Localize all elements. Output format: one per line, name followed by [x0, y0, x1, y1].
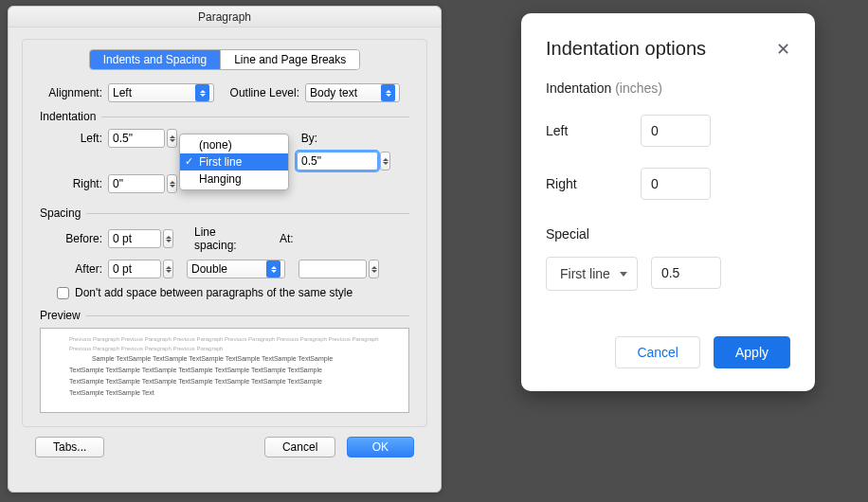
g-right-label: Right — [546, 176, 641, 191]
outline-label: Outline Level: — [214, 86, 305, 99]
line-spacing-value: Double — [191, 262, 227, 276]
ok-button[interactable]: OK — [347, 437, 414, 457]
alignment-label: Alignment: — [40, 86, 108, 99]
by-stepper[interactable] — [380, 152, 390, 170]
by-input[interactable] — [297, 152, 378, 170]
dialog-body: Indents and Spacing Line and Page Breaks… — [9, 27, 441, 467]
before-label: Before: — [40, 232, 108, 245]
google-indentation-dialog: Indentation options ✕ Indentation (inche… — [521, 13, 815, 391]
indent-left-stepper[interactable] — [167, 129, 177, 148]
indent-right-input[interactable] — [108, 174, 165, 193]
indentation-sublabel: Indentation (inches) — [546, 81, 790, 96]
same-style-checkbox-label: Don't add space between paragraphs of th… — [75, 286, 353, 299]
line-spacing-label: Line spacing: — [173, 225, 257, 252]
g-apply-button[interactable]: Apply — [714, 336, 790, 368]
by-label: By: — [297, 132, 323, 145]
outline-value: Body text — [310, 86, 357, 99]
special-option-hanging[interactable]: Hanging — [180, 170, 288, 188]
g-special-select[interactable]: First line — [546, 257, 638, 291]
g-left-input[interactable] — [641, 115, 711, 147]
spacing-section-title: Spacing — [40, 206, 409, 220]
tab-line-page-breaks[interactable]: Line and Page Breaks — [221, 50, 359, 69]
preview-section-title: Preview — [40, 309, 409, 322]
before-input[interactable] — [108, 229, 161, 248]
preview-box: Previous Paragraph Previous Paragraph Pr… — [40, 328, 409, 413]
special-option-firstline[interactable]: First line — [180, 153, 288, 170]
alignment-value: Left — [113, 86, 132, 99]
special-dropdown-open: (none) First line Hanging — [179, 134, 289, 190]
indent-left-label: Left: — [40, 132, 108, 145]
special-option-none[interactable]: (none) — [180, 136, 288, 153]
after-input[interactable] — [108, 260, 161, 278]
after-stepper[interactable] — [163, 260, 173, 278]
g-cancel-button[interactable]: Cancel — [615, 336, 700, 368]
tabs-button[interactable]: Tabs... — [35, 437, 104, 457]
before-stepper[interactable] — [163, 229, 173, 248]
g-left-label: Left — [546, 123, 641, 138]
after-label: After: — [40, 262, 108, 276]
chevron-down-icon — [620, 272, 627, 277]
chevron-updown-icon — [266, 260, 280, 278]
close-icon[interactable]: ✕ — [776, 39, 790, 60]
at-label: At: — [257, 232, 314, 245]
g-special-label: Special — [546, 226, 790, 242]
g-right-input[interactable] — [641, 168, 711, 200]
indent-right-stepper[interactable] — [167, 174, 177, 193]
chevron-updown-icon — [195, 84, 209, 101]
outline-select[interactable]: Body text — [305, 83, 400, 102]
dialog-footer: Tabs... Cancel OK — [22, 427, 427, 457]
line-spacing-select[interactable]: Double — [187, 260, 285, 278]
segmented-control: Indents and Spacing Line and Page Breaks — [89, 49, 361, 70]
dialog-title: Indentation options — [546, 38, 706, 60]
window-title: Paragraph — [9, 7, 441, 27]
alignment-select[interactable]: Left — [108, 83, 214, 102]
g-special-input[interactable] — [651, 257, 721, 289]
cancel-button[interactable]: Cancel — [264, 437, 335, 457]
at-input[interactable] — [298, 260, 367, 278]
same-style-checkbox[interactable] — [57, 287, 69, 299]
at-stepper[interactable] — [369, 260, 379, 278]
indentation-section-title: Indentation — [40, 110, 409, 123]
chevron-updown-icon — [381, 84, 395, 101]
tab-indents-spacing[interactable]: Indents and Spacing — [90, 50, 220, 69]
inner-panel: Indents and Spacing Line and Page Breaks… — [22, 39, 427, 427]
g-special-value: First line — [560, 266, 610, 281]
indent-left-input[interactable] — [108, 129, 165, 148]
indent-right-label: Right: — [40, 177, 108, 190]
mac-paragraph-dialog: Paragraph Indents and Spacing Line and P… — [8, 6, 442, 493]
